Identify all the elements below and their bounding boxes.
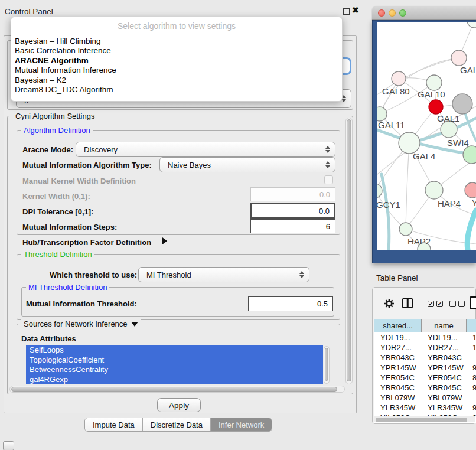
attribute-item-selfloops[interactable]: SelfLoops bbox=[26, 345, 323, 356]
minimize-traffic-light-icon[interactable] bbox=[389, 9, 396, 17]
table-panel-title: Table Panel bbox=[376, 273, 418, 282]
node-label-swi4: SWI4 bbox=[447, 138, 469, 148]
table-row[interactable]: YPR145WYPR145W9. bbox=[374, 363, 476, 373]
algorithm-item-bayesian-k2[interactable]: Bayesian – K2 bbox=[14, 76, 340, 85]
network-node[interactable] bbox=[429, 100, 443, 114]
network-node[interactable] bbox=[452, 94, 472, 114]
node-label-y: Y bbox=[472, 198, 476, 208]
table-cell: YDL19... bbox=[428, 333, 458, 342]
network-window-titlebar[interactable] bbox=[372, 6, 476, 20]
attributes-scrollbar[interactable] bbox=[324, 346, 330, 384]
network-edge[interactable] bbox=[406, 143, 409, 229]
table-cell: 12 bbox=[472, 343, 476, 352]
network-node[interactable] bbox=[467, 22, 476, 28]
collapse-arrow-icon[interactable] bbox=[131, 322, 138, 327]
which-threshold-label: Which threshold to use: bbox=[50, 270, 137, 279]
which-threshold-combobox[interactable]: MI Threshold bbox=[138, 267, 309, 282]
document-icon[interactable] bbox=[470, 296, 476, 309]
attribute-item-topologicalcoefficient[interactable]: TopologicalCoefficient bbox=[26, 356, 323, 366]
attribute-item-gal4rgexp[interactable]: gal4RGexp bbox=[26, 375, 323, 384]
algorithm-item-basic-correlation-inference[interactable]: Basic Correlation Inference bbox=[14, 46, 340, 56]
tab-infer-network[interactable]: Infer Network bbox=[211, 418, 272, 431]
expand-arrow-icon[interactable] bbox=[162, 237, 167, 244]
network-node[interactable] bbox=[426, 75, 442, 90]
split-view-icon[interactable] bbox=[402, 298, 413, 308]
network-node[interactable] bbox=[377, 107, 387, 121]
network-edge[interactable] bbox=[377, 191, 406, 229]
dpi-tolerance-field[interactable]: 0.0 bbox=[250, 203, 335, 219]
table-row[interactable]: YBR045CYBR045C9. bbox=[374, 383, 476, 393]
table-cell: YBR043C bbox=[380, 353, 415, 362]
column-header-a[interactable]: A bbox=[467, 319, 476, 332]
network-node[interactable] bbox=[465, 182, 476, 198]
table-cell: YBR045C bbox=[380, 383, 415, 392]
zoom-traffic-light-icon[interactable] bbox=[399, 9, 406, 17]
network-node[interactable] bbox=[463, 146, 476, 164]
table-cell: YPR145W bbox=[380, 363, 416, 372]
aracne-mode-combobox[interactable]: Discovery bbox=[76, 142, 335, 157]
manual-kernel-label: Manual Kernel Width Definition bbox=[22, 177, 136, 185]
node-label-hap4: HAP4 bbox=[438, 198, 461, 208]
table-row[interactable]: YLR345WYLR345W9. bbox=[374, 403, 476, 413]
network-node[interactable] bbox=[392, 71, 406, 86]
algorithm-list: Bayesian – Hill ClimbingBasic Correlatio… bbox=[14, 37, 340, 94]
network-node[interactable] bbox=[399, 223, 412, 236]
network-node[interactable] bbox=[425, 181, 443, 199]
sources-group-title[interactable]: Sources for Network Inference bbox=[21, 319, 141, 328]
mi-steps-field[interactable]: 6 bbox=[250, 219, 335, 233]
tab-discretize-data[interactable]: Discretize Data bbox=[143, 418, 211, 431]
table-horizontal-scrollbar[interactable] bbox=[374, 416, 475, 422]
network-node[interactable] bbox=[441, 121, 457, 138]
hub-section-label[interactable]: Hub/Transcription Factor Definition bbox=[22, 238, 151, 247]
column-header-name[interactable]: name bbox=[422, 319, 467, 332]
table-rows: YDL19...YDL19...13YDR27...YDR27...12YBR0… bbox=[374, 332, 476, 416]
algorithm-item-dream8-dc-tdc-algorithm[interactable]: Dream8 DC_TDC Algorithm bbox=[14, 85, 340, 94]
table-row[interactable]: YER054CYER054C8. bbox=[374, 373, 476, 383]
node-table: shared...nameA YDL19...YDL19...13YDR27..… bbox=[374, 319, 476, 423]
table-cell: 9. bbox=[472, 363, 476, 372]
node-label-gcy1: GCY1 bbox=[377, 200, 400, 210]
node-label-gal: GAL bbox=[460, 65, 476, 75]
table-row[interactable]: YBL079WYBL079W bbox=[374, 393, 476, 403]
table-row[interactable]: YDL19...YDL19...13 bbox=[374, 332, 476, 343]
mi-type-combobox[interactable]: Naive Bayes bbox=[159, 157, 335, 172]
mi-steps-label: Mutual Information Steps: bbox=[22, 223, 117, 231]
settings-horizontal-scrollbar[interactable] bbox=[9, 386, 345, 393]
table-cell: YBL079W bbox=[428, 393, 462, 402]
network-node[interactable] bbox=[377, 184, 382, 198]
table-cell: 9. bbox=[472, 403, 476, 412]
table-cell: YPR145W bbox=[428, 363, 464, 372]
attribute-item-betweennesscentrality[interactable]: BetweennessCentrality bbox=[26, 365, 323, 375]
aracne-mode-label: Aracne Mode: bbox=[22, 145, 73, 154]
mi-threshold-field[interactable]: 0.5 bbox=[248, 296, 333, 311]
float-window-icon[interactable] bbox=[343, 8, 350, 15]
network-node[interactable] bbox=[451, 50, 467, 66]
bottom-tabbar: Impute DataDiscretize DataInfer Network bbox=[84, 418, 272, 432]
tab-impute-data[interactable]: Impute Data bbox=[85, 418, 143, 431]
algorithm-item-aracne-algorithm[interactable]: ARACNE Algorithm bbox=[14, 56, 340, 66]
tab-label: Infer Network bbox=[219, 420, 264, 429]
deselect-all-icon[interactable] bbox=[449, 301, 465, 307]
network-node[interactable] bbox=[399, 132, 420, 154]
data-attributes-list[interactable]: SelfLoopsTopologicalCoefficientBetweenne… bbox=[26, 345, 323, 384]
table-row[interactable]: YDR27...YDR27...12 bbox=[374, 343, 476, 353]
apply-button[interactable]: Apply bbox=[157, 398, 201, 412]
select-all-icon[interactable]: ✓✓ bbox=[428, 301, 443, 307]
manual-kernel-checkbox[interactable] bbox=[324, 175, 333, 184]
kernel-width-field[interactable]: 0.0 bbox=[250, 187, 335, 201]
table-row[interactable]: YBR043CYBR043C bbox=[374, 353, 476, 363]
mini-corner-button[interactable] bbox=[3, 441, 14, 450]
gear-icon[interactable] bbox=[383, 298, 395, 312]
settings-vertical-scrollbar[interactable] bbox=[345, 118, 353, 384]
close-traffic-light-icon[interactable] bbox=[378, 9, 385, 17]
table-cell: 8. bbox=[472, 373, 476, 382]
column-header-shared[interactable]: shared... bbox=[374, 319, 422, 332]
network-edge[interactable] bbox=[382, 174, 389, 250]
algorithm-item-bayesian-hill-climbing[interactable]: Bayesian – Hill Climbing bbox=[14, 37, 340, 46]
network-graph: GAL80GAL10GALGAL11GAL1SWI4GAL4GCY1HAP4YH… bbox=[377, 22, 476, 250]
close-icon[interactable]: ✖ bbox=[352, 5, 359, 15]
algorithm-item-mutual-information-inference[interactable]: Mutual Information Inference bbox=[14, 66, 340, 75]
network-canvas[interactable]: GAL80GAL10GALGAL11GAL1SWI4GAL4GCY1HAP4YH… bbox=[377, 22, 476, 250]
node-label-gal1: GAL1 bbox=[437, 113, 459, 123]
node-label-gal11: GAL11 bbox=[378, 120, 405, 130]
